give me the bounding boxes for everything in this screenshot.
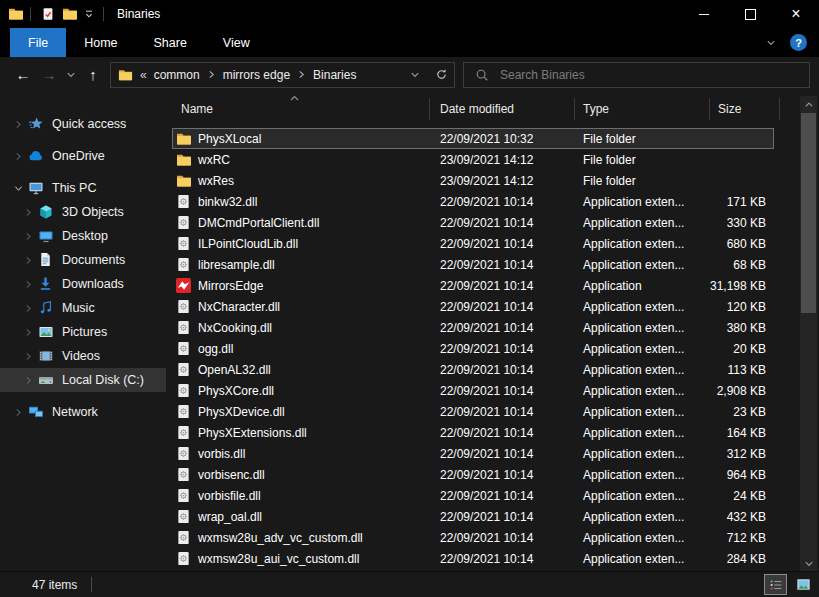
- chevron-down-icon[interactable]: [10, 185, 26, 192]
- chevron-right-icon[interactable]: [20, 304, 36, 313]
- file-row-physxdevice-dll[interactable]: PhysXDevice.dll22/09/2021 10:14Applicati…: [172, 401, 774, 422]
- chevron-right-icon[interactable]: [20, 208, 36, 217]
- help-button[interactable]: ?: [790, 34, 807, 51]
- dll-icon: [176, 446, 192, 462]
- scroll-up-button[interactable]: [800, 96, 817, 113]
- breadcrumb-segment-binaries[interactable]: Binaries: [310, 68, 359, 82]
- file-size: 31,198 KB: [710, 279, 774, 293]
- forward-button[interactable]: →: [36, 62, 62, 88]
- statusbar-separator: [91, 577, 92, 592]
- sidebar-item-quick-access[interactable]: Quick access: [0, 112, 166, 136]
- column-header-date-modified[interactable]: Date modified: [430, 98, 575, 120]
- file-row-physxcore-dll[interactable]: PhysXCore.dll22/09/2021 10:14Application…: [172, 380, 774, 401]
- breadcrumb-separator-icon[interactable]: [203, 70, 220, 79]
- this-pc-icon: [28, 180, 45, 196]
- file-row-ogg-dll[interactable]: ogg.dll22/09/2021 10:14Application exten…: [172, 338, 774, 359]
- file-row-mirrorsedge[interactable]: MirrorsEdge22/09/2021 10:14Application31…: [172, 275, 774, 296]
- file-date-modified: 23/09/2021 14:12: [430, 153, 575, 167]
- tab-home[interactable]: Home: [66, 28, 135, 57]
- file-row-wxres[interactable]: wxRes23/09/2021 14:12File folder: [172, 170, 774, 191]
- file-type: Application exten...: [575, 531, 710, 545]
- search-box[interactable]: [463, 62, 810, 88]
- view-toggle-group: [764, 574, 815, 595]
- file-row-dmcmdportalclient-dll[interactable]: DMCmdPortalClient.dll22/09/2021 10:14App…: [172, 212, 774, 233]
- sidebar-item-label: OneDrive: [52, 149, 105, 163]
- address-bar[interactable]: « commonmirrors edgeBinaries: [110, 62, 455, 88]
- chevron-right-icon[interactable]: [10, 152, 26, 161]
- column-header-size[interactable]: Size: [710, 98, 780, 120]
- tab-share[interactable]: Share: [136, 28, 205, 57]
- details-view-button[interactable]: [764, 574, 787, 595]
- file-row-nxcharacter-dll[interactable]: NxCharacter.dll22/09/2021 10:14Applicati…: [172, 296, 774, 317]
- breadcrumb-segment-mirrors-edge[interactable]: mirrors edge: [220, 68, 293, 82]
- sidebar-item-network[interactable]: Network: [0, 400, 166, 424]
- file-row-libresample-dll[interactable]: libresample.dll22/09/2021 10:14Applicati…: [172, 254, 774, 275]
- close-button[interactable]: ×: [773, 0, 819, 28]
- minimize-button[interactable]: [681, 0, 727, 28]
- chevron-right-icon[interactable]: [20, 328, 36, 337]
- sidebar-item-desktop[interactable]: Desktop: [0, 224, 166, 248]
- ribbon-expand-button[interactable]: [763, 38, 779, 48]
- breadcrumb-overflow[interactable]: «: [140, 68, 147, 82]
- chevron-right-icon[interactable]: [20, 352, 36, 361]
- chevron-right-icon[interactable]: [20, 232, 36, 241]
- file-row-physxlocal[interactable]: PhysXLocal22/09/2021 10:32File folder: [172, 128, 774, 149]
- tab-view[interactable]: View: [205, 28, 268, 57]
- qat-new-folder-button[interactable]: [59, 3, 81, 25]
- breadcrumb-segment-common[interactable]: common: [151, 68, 203, 82]
- breadcrumb-separator-icon[interactable]: [293, 70, 310, 79]
- file-row-vorbisfile-dll[interactable]: vorbisfile.dll22/09/2021 10:14Applicatio…: [172, 485, 774, 506]
- search-input[interactable]: [498, 67, 782, 83]
- recent-locations-button[interactable]: [62, 62, 80, 88]
- thumbnails-view-button[interactable]: [792, 574, 815, 595]
- chevron-right-icon[interactable]: [20, 376, 36, 385]
- sidebar-item-music[interactable]: Music: [0, 296, 166, 320]
- chevron-right-icon[interactable]: [20, 256, 36, 265]
- qat-properties-button[interactable]: [37, 3, 59, 25]
- dll-icon: [176, 341, 192, 357]
- sidebar-item-downloads[interactable]: Downloads: [0, 272, 166, 296]
- up-button[interactable]: ↑: [80, 62, 106, 88]
- chevron-right-icon[interactable]: [10, 120, 26, 129]
- file-size: 23 KB: [710, 405, 774, 419]
- sidebar-item-documents[interactable]: Documents: [0, 248, 166, 272]
- file-row-wxmsw28u-adv-vc-custom-dll[interactable]: wxmsw28u_adv_vc_custom.dll22/09/2021 10:…: [172, 527, 774, 548]
- sidebar-item-pictures[interactable]: Pictures: [0, 320, 166, 344]
- vertical-scrollbar[interactable]: [800, 96, 817, 572]
- sidebar-item-onedrive[interactable]: OneDrive: [0, 144, 166, 168]
- scrollbar-thumb[interactable]: [801, 113, 816, 313]
- sidebar-item-local-disk-c[interactable]: Local Disk (C:): [0, 368, 166, 392]
- chevron-right-icon[interactable]: [20, 280, 36, 289]
- back-button[interactable]: ←: [10, 62, 36, 88]
- file-type: Application exten...: [575, 300, 710, 314]
- scroll-down-button[interactable]: [800, 555, 817, 572]
- file-row-nxcooking-dll[interactable]: NxCooking.dll22/09/2021 10:14Application…: [172, 317, 774, 338]
- address-dropdown-button[interactable]: [402, 63, 428, 87]
- file-date-modified: 22/09/2021 10:14: [430, 552, 575, 566]
- refresh-button[interactable]: [428, 63, 454, 87]
- file-name: ILPointCloudLib.dll: [198, 237, 298, 251]
- file-row-openal32-dll[interactable]: OpenAL32.dll22/09/2021 10:14Application …: [172, 359, 774, 380]
- file-date-modified: 22/09/2021 10:14: [430, 405, 575, 419]
- file-row-wxmsw28u-aui-vc-custom-dll[interactable]: wxmsw28u_aui_vc_custom.dll22/09/2021 10:…: [172, 548, 774, 569]
- file-name: libresample.dll: [198, 258, 275, 272]
- tab-file[interactable]: File: [10, 28, 66, 57]
- sidebar-item-this-pc[interactable]: This PC: [0, 176, 166, 200]
- column-header-name[interactable]: Name: [172, 98, 430, 120]
- file-row-wxrc[interactable]: wxRC23/09/2021 14:12File folder: [172, 149, 774, 170]
- quick-access-star-icon: [28, 116, 45, 132]
- file-row-ilpointcloudlib-dll[interactable]: ILPointCloudLib.dll22/09/2021 10:14Appli…: [172, 233, 774, 254]
- file-row-wrap-oal-dll[interactable]: wrap_oal.dll22/09/2021 10:14Application …: [172, 506, 774, 527]
- file-name: PhysXLocal: [198, 132, 261, 146]
- file-row-vorbisenc-dll[interactable]: vorbisenc.dll22/09/2021 10:14Application…: [172, 464, 774, 485]
- file-row-physxextensions-dll[interactable]: PhysXExtensions.dll22/09/2021 10:14Appli…: [172, 422, 774, 443]
- column-header-type[interactable]: Type: [575, 98, 710, 120]
- sidebar-item-3d-objects[interactable]: 3D Objects: [0, 200, 166, 224]
- qat-customize-button[interactable]: [81, 3, 97, 25]
- file-row-binkw32-dll[interactable]: binkw32.dll22/09/2021 10:14Application e…: [172, 191, 774, 212]
- titlebar-separator: [30, 7, 31, 21]
- file-row-vorbis-dll[interactable]: vorbis.dll22/09/2021 10:14Application ex…: [172, 443, 774, 464]
- sidebar-item-videos[interactable]: Videos: [0, 344, 166, 368]
- maximize-button[interactable]: [727, 0, 773, 28]
- chevron-right-icon[interactable]: [10, 408, 26, 417]
